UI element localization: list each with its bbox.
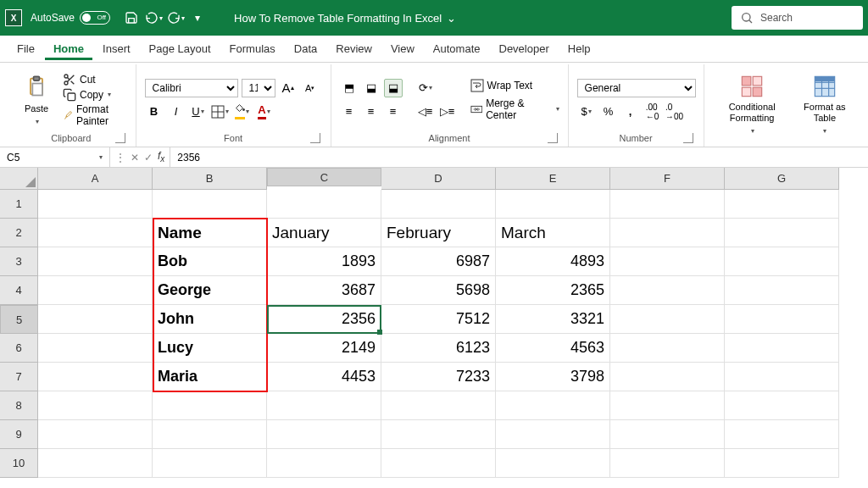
- cell-C6[interactable]: 2149: [267, 334, 381, 363]
- cell-B2[interactable]: Name: [153, 219, 267, 247]
- row-header-5[interactable]: 5: [0, 305, 38, 334]
- underline-button[interactable]: U▾: [189, 103, 208, 121]
- cell-G5[interactable]: [725, 305, 839, 334]
- cell-G3[interactable]: [725, 247, 839, 276]
- cell-C3[interactable]: 1893: [267, 247, 381, 276]
- cell-D8[interactable]: [381, 391, 496, 420]
- cell-D6[interactable]: 6123: [381, 334, 496, 363]
- cell-E7[interactable]: 3798: [496, 363, 610, 391]
- formula-input[interactable]: 2356: [170, 152, 868, 164]
- cell-G10[interactable]: [725, 449, 839, 478]
- cell-G8[interactable]: [725, 391, 839, 420]
- cell-E4[interactable]: 2365: [496, 276, 610, 305]
- cell-C2[interactable]: January: [267, 219, 381, 247]
- cell-C10[interactable]: [267, 449, 381, 478]
- save-icon[interactable]: [122, 8, 141, 27]
- row-header-4[interactable]: 4: [0, 276, 38, 305]
- document-title[interactable]: How To Remove Table Formatting In Excel⌄: [234, 12, 456, 25]
- col-header-F[interactable]: F: [610, 168, 725, 190]
- tab-review[interactable]: Review: [327, 37, 381, 60]
- cell-F7[interactable]: [610, 363, 725, 391]
- cell-E6[interactable]: 4563: [496, 334, 610, 363]
- cell-C5[interactable]: 2356: [267, 305, 381, 334]
- currency-icon[interactable]: $▾: [577, 103, 596, 121]
- cell-E3[interactable]: 4893: [496, 247, 610, 276]
- fill-color-button[interactable]: ▾: [233, 103, 252, 121]
- cell-B1[interactable]: [153, 190, 267, 219]
- split-handle-icon[interactable]: ⋮: [115, 152, 125, 164]
- cell-G2[interactable]: [725, 219, 839, 247]
- increase-decimal-icon[interactable]: .00←0: [643, 103, 662, 121]
- cell-G6[interactable]: [725, 334, 839, 363]
- cell-E5[interactable]: 3321: [496, 305, 610, 334]
- cell-F5[interactable]: [610, 305, 725, 334]
- cell-A7[interactable]: [38, 363, 153, 391]
- cell-F10[interactable]: [610, 449, 725, 478]
- cell-G1[interactable]: [725, 190, 839, 219]
- bold-button[interactable]: B: [145, 103, 164, 121]
- fx-icon[interactable]: fx: [158, 150, 164, 164]
- cell-A5[interactable]: [38, 305, 153, 334]
- undo-icon[interactable]: ▾: [144, 8, 163, 27]
- cell-B6[interactable]: Lucy: [153, 334, 267, 363]
- row-header-10[interactable]: 10: [0, 449, 38, 478]
- cell-A6[interactable]: [38, 334, 153, 363]
- percent-icon[interactable]: %: [599, 103, 618, 121]
- tab-developer[interactable]: Developer: [491, 37, 558, 60]
- cell-B4[interactable]: George: [153, 276, 267, 305]
- clipboard-launcher[interactable]: [115, 133, 125, 143]
- search-input[interactable]: Search: [732, 6, 863, 30]
- copy-button[interactable]: Copy▾: [63, 88, 127, 102]
- row-header-3[interactable]: 3: [0, 247, 38, 276]
- enter-icon[interactable]: ✓: [144, 152, 153, 164]
- tab-view[interactable]: View: [382, 37, 423, 60]
- font-size-select[interactable]: 11: [242, 79, 275, 97]
- cell-E1[interactable]: [496, 190, 610, 219]
- cut-button[interactable]: Cut: [63, 73, 127, 86]
- cell-F4[interactable]: [610, 276, 725, 305]
- cell-F3[interactable]: [610, 247, 725, 276]
- cell-D5[interactable]: 7512: [381, 305, 496, 334]
- cell-E2[interactable]: March: [496, 219, 610, 247]
- tab-page-layout[interactable]: Page Layout: [141, 37, 220, 60]
- comma-icon[interactable]: ,: [621, 103, 640, 121]
- cell-D2[interactable]: February: [381, 219, 496, 247]
- increase-font-icon[interactable]: A▴: [279, 79, 298, 97]
- cell-E8[interactable]: [496, 391, 610, 420]
- cell-C4[interactable]: 3687: [267, 276, 381, 305]
- tab-automate[interactable]: Automate: [425, 37, 489, 60]
- alignment-launcher[interactable]: [548, 133, 558, 143]
- row-header-6[interactable]: 6: [0, 334, 38, 363]
- cell-C1[interactable]: [267, 190, 381, 219]
- decrease-indent-icon[interactable]: ◁≡: [416, 103, 435, 121]
- align-top-icon[interactable]: ⬒: [340, 79, 359, 97]
- wrap-text-button[interactable]: Wrap Text: [470, 79, 559, 92]
- row-header-2[interactable]: 2: [0, 219, 38, 247]
- cell-A10[interactable]: [38, 449, 153, 478]
- tab-home[interactable]: Home: [45, 37, 92, 60]
- cell-A1[interactable]: [38, 190, 153, 219]
- orientation-icon[interactable]: ⟳▾: [416, 79, 435, 97]
- cancel-icon[interactable]: ✕: [131, 152, 139, 164]
- decrease-font-icon[interactable]: A▾: [301, 79, 320, 97]
- increase-indent-icon[interactable]: ▷≡: [438, 103, 457, 121]
- number-format-select[interactable]: General: [577, 79, 696, 97]
- cell-C7[interactable]: 4453: [267, 363, 381, 391]
- number-launcher[interactable]: [683, 133, 693, 143]
- italic-button[interactable]: I: [167, 103, 186, 121]
- select-all-corner[interactable]: [0, 168, 38, 190]
- cell-A9[interactable]: [38, 420, 153, 449]
- cell-F8[interactable]: [610, 391, 725, 420]
- align-bottom-icon[interactable]: ⬓: [384, 79, 403, 97]
- col-header-C[interactable]: C: [267, 168, 381, 186]
- row-header-7[interactable]: 7: [0, 363, 38, 391]
- tab-help[interactable]: Help: [559, 37, 599, 60]
- cell-G9[interactable]: [725, 420, 839, 449]
- cell-G4[interactable]: [725, 276, 839, 305]
- cell-F6[interactable]: [610, 334, 725, 363]
- align-left-icon[interactable]: ≡: [340, 103, 359, 121]
- cell-B8[interactable]: [153, 391, 267, 420]
- row-header-8[interactable]: 8: [0, 391, 38, 420]
- cell-B3[interactable]: Bob: [153, 247, 267, 276]
- font-launcher[interactable]: [310, 133, 320, 143]
